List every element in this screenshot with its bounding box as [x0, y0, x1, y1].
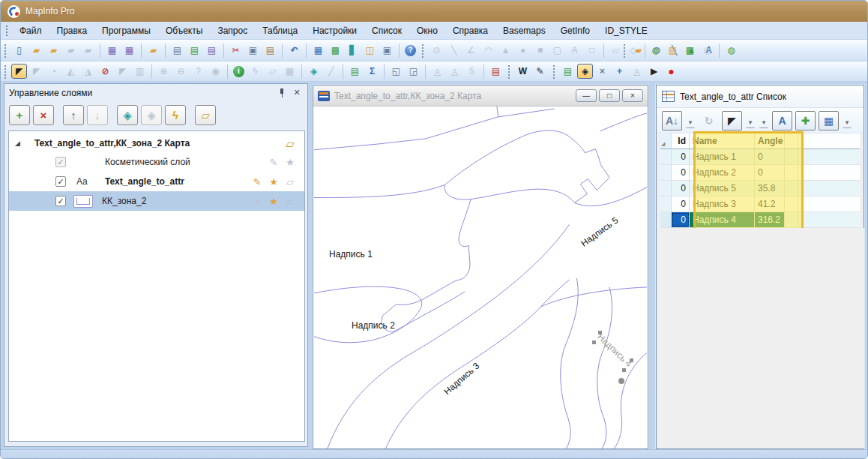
mapbasic-window-icon[interactable]: ▤: [560, 64, 576, 79]
cell-angle[interactable]: 0: [755, 165, 785, 180]
cell-angle[interactable]: 41.2: [755, 196, 785, 212]
map-window[interactable]: Text_angle_to_attr,КК_зона_2 Карта — □ ×: [313, 85, 648, 449]
table-row[interactable]: 0 Надпись 1 0: [660, 149, 860, 165]
run-program-icon[interactable]: ▶: [646, 64, 662, 79]
browser-window-titlebar[interactable]: Text_angle_to_attr Список: [657, 86, 864, 108]
close-panel-button[interactable]: ✕: [291, 87, 303, 99]
layer-row-kk-zona-2[interactable]: КК_зона_2 ✎★▱: [9, 191, 304, 211]
label-options-button[interactable]: ▱: [195, 105, 216, 125]
pick-fields-button[interactable]: ▦: [819, 111, 839, 130]
cell-id[interactable]: 0: [672, 196, 690, 212]
cell-id[interactable]: 0: [672, 181, 690, 196]
clear-target-icon[interactable]: ◲: [406, 64, 421, 79]
editable-toggle-icon[interactable]: ✎: [250, 174, 265, 189]
layer-visibility-checkbox[interactable]: [55, 157, 66, 167]
add-layer-button[interactable]: +: [9, 105, 30, 125]
selection-handle[interactable]: [598, 331, 602, 334]
cell-name[interactable]: Надпись 5: [690, 181, 755, 196]
layer-style-override-button[interactable]: ◈: [117, 105, 138, 125]
table-row-selected[interactable]: 0 Надпись 4 316.2: [660, 212, 860, 228]
title-bar[interactable]: MapInfo Pro: [1, 1, 867, 22]
selection-handle[interactable]: [592, 340, 596, 344]
menu-item-таблица[interactable]: Таблица: [255, 23, 305, 38]
cell-angle-selected[interactable]: 316.2: [755, 212, 785, 227]
paste-icon[interactable]: ▤: [262, 43, 278, 58]
open-wfs-icon[interactable]: ▩: [682, 43, 698, 58]
select-tool-icon[interactable]: ◤: [11, 64, 27, 79]
layer-visibility-checkbox[interactable]: [55, 176, 66, 187]
info-tool-icon[interactable]: i: [233, 66, 244, 77]
row-selector[interactable]: [660, 196, 672, 212]
menu-item-id_style[interactable]: ID_STYLE: [597, 23, 655, 38]
open-table-icon[interactable]: ▰: [28, 43, 44, 58]
tree-expander-icon[interactable]: ◢: [15, 140, 25, 147]
new-browser-window-icon[interactable]: ▦: [310, 43, 326, 58]
mapping-online-icon[interactable]: ◍: [723, 43, 739, 58]
toolbar-drag-grip[interactable]: [421, 44, 425, 58]
table-row[interactable]: 0 Надпись 3 41.2: [660, 196, 860, 212]
layer-effects-button[interactable]: ◈: [141, 105, 162, 125]
cut-icon[interactable]: ✂: [228, 43, 244, 58]
cell-name[interactable]: Надпись 2: [690, 165, 755, 180]
new-row-button[interactable]: ✚: [795, 111, 816, 130]
toolbar-overflow-2[interactable]: ▾: [843, 118, 852, 128]
menu-item-справка[interactable]: Справка: [445, 23, 495, 38]
knife-icon[interactable]: ×: [594, 64, 610, 79]
save-table-icon[interactable]: ▦: [104, 43, 120, 58]
menu-item-настройки[interactable]: Настройки: [305, 23, 364, 38]
menu-item-объекты[interactable]: Объекты: [158, 23, 211, 38]
row-selector[interactable]: [660, 165, 672, 180]
map-label-nadpis-2[interactable]: Надпись 2: [352, 320, 395, 331]
undo-icon[interactable]: ↶: [286, 43, 302, 58]
remove-layer-button[interactable]: ×: [33, 105, 54, 125]
tool-extensions-icon[interactable]: ◈: [577, 64, 593, 79]
cell-id[interactable]: 0: [672, 165, 690, 180]
browser-window[interactable]: Text_angle_to_attr Список A↓▾↻◤▾▾A✚▦▾ ◢ …: [656, 85, 864, 449]
row-selector[interactable]: [660, 149, 672, 164]
table-row[interactable]: 0 Надпись 5 35.8: [660, 181, 860, 196]
selectable-toggle-icon[interactable]: ★: [266, 194, 281, 208]
column-header-name[interactable]: Name: [690, 134, 755, 148]
autolabel-map-icon[interactable]: ▱: [283, 136, 298, 151]
menu-item-правка[interactable]: Правка: [49, 23, 95, 38]
move-layer-up-button[interactable]: ↑: [63, 105, 84, 125]
move-layer-down-button[interactable]: ↓: [87, 105, 108, 125]
open-workspace-icon[interactable]: ▰: [46, 43, 61, 58]
column-header-angle[interactable]: Angle: [755, 134, 785, 148]
sort-filter-dropdown[interactable]: ▾: [686, 118, 695, 128]
set-target-icon[interactable]: ◱: [388, 64, 404, 79]
toolbar-overflow-1[interactable]: ▾: [759, 118, 768, 128]
record-icon[interactable]: ●: [663, 64, 679, 79]
cell-id[interactable]: 0: [672, 149, 690, 164]
toolbar-drag-grip[interactable]: [507, 64, 511, 79]
selectable-toggle-icon[interactable]: ★: [266, 174, 281, 189]
menu-item-запрос[interactable]: Запрос: [210, 23, 255, 38]
cell-name[interactable]: Надпись 3: [690, 196, 755, 212]
column-header-id[interactable]: Id: [672, 134, 690, 148]
open-universal-data-icon[interactable]: ▨: [665, 43, 681, 58]
cell-angle[interactable]: 0: [755, 149, 785, 164]
selection-handle[interactable]: [630, 358, 633, 362]
print-preview-icon[interactable]: ▤: [169, 43, 185, 58]
toolbar-drag-grip[interactable]: [552, 64, 556, 79]
menu-item-getinfo[interactable]: GetInfo: [553, 23, 597, 38]
map-window-titlebar[interactable]: Text_angle_to_attr,КК_зона_2 Карта — □ ×: [313, 86, 648, 106]
map-canvas[interactable]: Надпись 1 Надпись 2 Надпись 3 Надпись 5 …: [314, 106, 647, 448]
toolbar-drag-grip[interactable]: [4, 64, 7, 79]
row-selector[interactable]: [660, 181, 672, 196]
new-layout-window-icon[interactable]: ◫: [362, 43, 378, 58]
toolbar-drag-grip[interactable]: [623, 44, 627, 58]
close-button[interactable]: ×: [622, 89, 643, 102]
layer-control-icon[interactable]: ◈: [306, 64, 322, 79]
export-window-icon[interactable]: ▤: [204, 43, 220, 58]
toolbar-drag-grip[interactable]: [4, 44, 7, 58]
minimize-button[interactable]: —: [576, 89, 597, 102]
copy-icon[interactable]: ▣: [245, 43, 261, 58]
statistics-icon[interactable]: Σ: [364, 64, 380, 79]
cell-name[interactable]: Надпись 1: [690, 149, 755, 164]
map-label-nadpis-1[interactable]: Надпись 1: [329, 249, 373, 260]
maximize-button[interactable]: □: [599, 89, 620, 102]
open-mitab-icon[interactable]: ▰: [630, 43, 646, 58]
pin-panel-button[interactable]: [276, 87, 288, 99]
show-legend-icon[interactable]: ▤: [347, 64, 363, 79]
